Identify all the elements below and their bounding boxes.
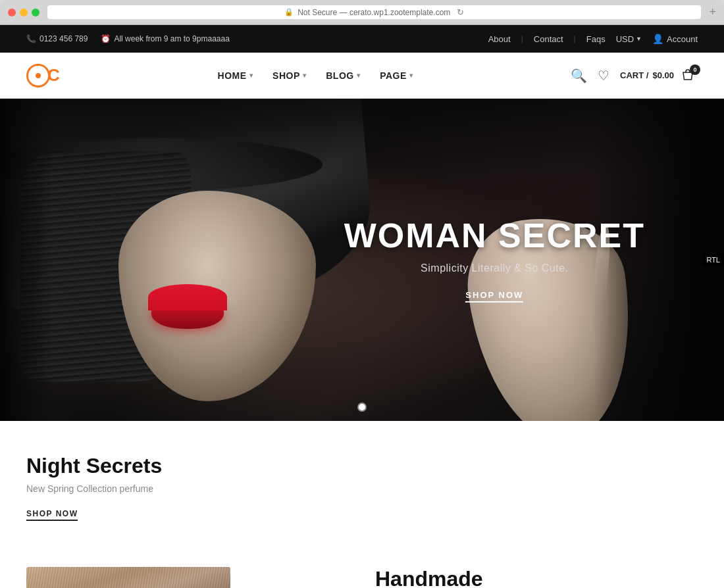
hero-content: WOMAN SECRET Simplicity Literally & So C… bbox=[344, 217, 645, 303]
section-title: Night Secrets bbox=[26, 454, 698, 478]
browser-dots bbox=[8, 9, 39, 16]
nav-links: HOME ▾ SHOP ▾ BLOG ▾ PAGE ▾ bbox=[218, 70, 413, 81]
contact-link[interactable]: Contact bbox=[534, 34, 563, 44]
nav-page-label: PAGE bbox=[380, 70, 407, 81]
logo[interactable]: C bbox=[26, 64, 60, 87]
account-label: Account bbox=[667, 34, 698, 44]
shop-chevron-icon: ▾ bbox=[303, 72, 307, 79]
hero-subtitle: Simplicity Literally & So Cute. bbox=[344, 262, 645, 274]
bottom-grid: Handmade bbox=[0, 567, 724, 588]
cart-bag-icon: 0 bbox=[678, 66, 698, 86]
logo-circle bbox=[26, 64, 50, 87]
hours-item: ⏰ All week from 9 am to 9pmaaaaa bbox=[101, 34, 229, 43]
address-bar[interactable]: 🔒 Not Secure — cerato.wp1.zootemplate.co… bbox=[47, 5, 701, 19]
wishlist-icon[interactable]: ♡ bbox=[598, 68, 609, 84]
blog-chevron-icon: ▾ bbox=[357, 72, 361, 79]
lock-icon: 🔒 bbox=[284, 8, 294, 16]
product-card-1 bbox=[26, 567, 349, 588]
top-bar-left: 📞 0123 456 789 ⏰ All week from 9 am to 9… bbox=[26, 34, 230, 43]
nav-home-label: HOME bbox=[218, 70, 247, 81]
hero-cta-button[interactable]: SHOP NOW bbox=[465, 290, 523, 303]
cart-price: $0.00 bbox=[652, 70, 674, 80]
phone-item: 📞 0123 456 789 bbox=[26, 34, 88, 43]
main-nav: C HOME ▾ SHOP ▾ BLOG ▾ PAGE ▾ 🔍 ♡ bbox=[0, 53, 724, 99]
nav-shop[interactable]: SHOP ▾ bbox=[272, 70, 306, 81]
nav-blog[interactable]: BLOG ▾ bbox=[326, 70, 360, 81]
close-dot[interactable] bbox=[8, 9, 16, 16]
page-chevron-icon: ▾ bbox=[409, 72, 413, 79]
cart-badge: 0 bbox=[690, 64, 700, 75]
nav-shop-label: SHOP bbox=[272, 70, 300, 81]
refresh-icon: ↻ bbox=[457, 7, 464, 17]
clock-icon: ⏰ bbox=[101, 34, 111, 43]
lips-upper2-visual bbox=[148, 284, 227, 310]
product-texture bbox=[26, 567, 230, 588]
phone-number: 0123 456 789 bbox=[39, 34, 88, 43]
top-bar: 📞 0123 456 789 ⏰ All week from 9 am to 9… bbox=[0, 25, 724, 53]
about-link[interactable]: About bbox=[488, 34, 511, 44]
currency-label: USD bbox=[616, 34, 634, 44]
new-tab-button[interactable]: + bbox=[709, 5, 716, 19]
browser-window: 🔒 Not Secure — cerato.wp1.zootemplate.co… bbox=[0, 0, 724, 588]
product-image-1 bbox=[26, 567, 230, 588]
handmade-title: Handmade bbox=[375, 567, 698, 588]
home-chevron-icon: ▾ bbox=[249, 72, 253, 79]
currency-dropdown[interactable]: USD ▼ bbox=[616, 34, 642, 44]
section-subtitle: New Spring Collection perfume bbox=[26, 483, 698, 494]
nav-page[interactable]: PAGE ▾ bbox=[380, 70, 413, 81]
search-icon[interactable]: 🔍 bbox=[571, 68, 587, 84]
logo-dot bbox=[36, 73, 41, 78]
vignette-top bbox=[0, 99, 724, 178]
address-text: Not Secure — cerato.wp1.zootemplate.com bbox=[297, 8, 450, 17]
product-card-2: Handmade bbox=[375, 567, 698, 588]
phone-icon: 📞 bbox=[26, 34, 36, 43]
rtl-button[interactable]: RTL bbox=[702, 253, 724, 266]
top-bar-right: About | Contact | Faqs USD ▼ 👤 Account bbox=[488, 34, 698, 44]
cart-label: CART / bbox=[620, 70, 648, 80]
slider-dots bbox=[359, 404, 365, 410]
hero-background: WOMAN SECRET Simplicity Literally & So C… bbox=[0, 99, 724, 421]
nav-blog-label: BLOG bbox=[326, 70, 353, 81]
hero-title: WOMAN SECRET bbox=[344, 217, 645, 255]
browser-chrome: 🔒 Not Secure — cerato.wp1.zootemplate.co… bbox=[0, 0, 724, 25]
hours-text: All week from 9 am to 9pmaaaaa bbox=[114, 34, 229, 43]
cart-button[interactable]: CART / $0.00 0 bbox=[620, 66, 698, 86]
minimize-dot[interactable] bbox=[20, 9, 28, 16]
section-cta-button[interactable]: SHOP NOW bbox=[26, 509, 78, 521]
currency-chevron-icon: ▼ bbox=[636, 36, 642, 42]
account-button[interactable]: 👤 Account bbox=[652, 34, 698, 44]
nav-home[interactable]: HOME ▾ bbox=[218, 70, 253, 81]
slider-dot-1[interactable] bbox=[359, 404, 365, 410]
maximize-dot[interactable] bbox=[32, 9, 39, 16]
hero-slider: WOMAN SECRET Simplicity Literally & So C… bbox=[0, 99, 724, 421]
account-icon: 👤 bbox=[652, 34, 663, 44]
faqs-link[interactable]: Faqs bbox=[586, 34, 606, 44]
nav-actions: 🔍 ♡ CART / $0.00 0 bbox=[571, 66, 698, 86]
content-section: Night Secrets New Spring Collection perf… bbox=[0, 421, 724, 541]
